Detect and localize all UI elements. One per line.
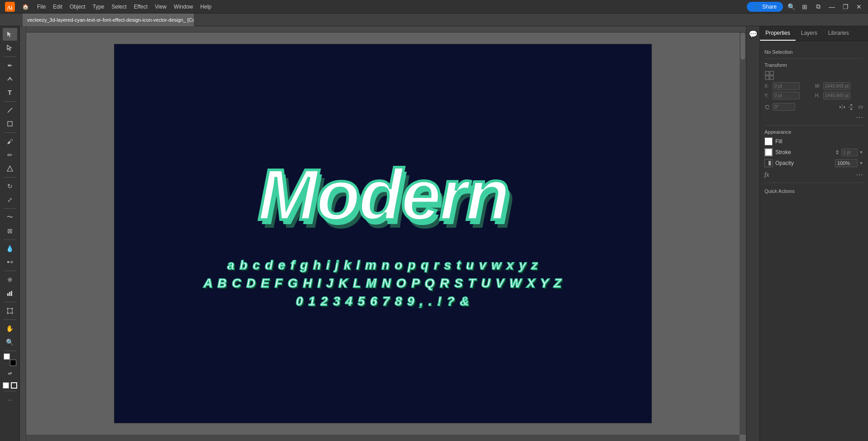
fx-icon[interactable]: fx bbox=[764, 171, 769, 178]
menu-effect[interactable]: Effect bbox=[130, 2, 151, 12]
line-tool-button[interactable] bbox=[3, 104, 17, 117]
transform-y-input[interactable] bbox=[773, 92, 800, 99]
curvature-tool-button[interactable] bbox=[3, 73, 17, 85]
search-button[interactable]: 🔍 bbox=[786, 1, 797, 12]
color-swatches[interactable] bbox=[4, 353, 16, 366]
horizontal-scrollbar[interactable] bbox=[26, 435, 740, 441]
rotate-icon bbox=[764, 104, 770, 110]
top-ruler bbox=[26, 26, 746, 33]
workspaces-button[interactable]: ⊞ bbox=[799, 1, 810, 12]
more-options-btn-1[interactable]: ··· bbox=[764, 113, 863, 122]
rotate-tool-button[interactable]: ↻ bbox=[3, 180, 17, 192]
share-button[interactable]: 👤 Share bbox=[747, 2, 783, 12]
more-options-btn-2[interactable]: ··· bbox=[856, 171, 863, 179]
menu-bar: File Edit Object Type Select Effect View… bbox=[33, 2, 215, 12]
svg-rect-12 bbox=[11, 291, 12, 296]
topbar-right: 👤 Share 🔍 ⊞ ⧉ — ❐ ✕ bbox=[747, 1, 864, 12]
selection-tool-button[interactable] bbox=[3, 28, 17, 41]
eyedropper-tool-button[interactable]: 💧 bbox=[3, 242, 17, 255]
menu-help[interactable]: Help bbox=[197, 2, 215, 12]
maximize-button[interactable]: ❐ bbox=[840, 1, 851, 12]
direct-selection-tool-button[interactable] bbox=[3, 42, 17, 54]
shape-tool-button[interactable] bbox=[3, 117, 17, 130]
share-label: Share bbox=[762, 4, 777, 10]
stroke-weight-input[interactable] bbox=[841, 149, 858, 156]
transform-w-input[interactable] bbox=[823, 82, 850, 90]
comment-panel: 💬 bbox=[746, 26, 760, 441]
svg-line-5 bbox=[8, 108, 12, 113]
main-layout: ✒ T 🖌 ✏ ↻ ⤢ 〜 ⊠ 💧 ※ bbox=[0, 26, 868, 441]
stroke-icon[interactable] bbox=[11, 382, 17, 389]
rotate-input[interactable] bbox=[773, 103, 795, 111]
zoom-tool-button[interactable]: 🔍 bbox=[3, 336, 17, 348]
hand-tool-button[interactable]: ✋ bbox=[3, 322, 17, 335]
stroke-dropdown-icon[interactable] bbox=[859, 150, 863, 155]
toolbar-separator-9 bbox=[4, 319, 16, 320]
appearance-section-title: Appearance bbox=[764, 129, 863, 135]
fill-icon[interactable] bbox=[3, 382, 9, 389]
menu-edit[interactable]: Edit bbox=[49, 2, 66, 12]
transform-y-field: Y: bbox=[764, 92, 813, 99]
flip-v-icon[interactable] bbox=[848, 104, 854, 110]
main-title-front: Modern bbox=[258, 159, 508, 231]
fill-label: Fill bbox=[775, 138, 782, 145]
stroke-swatch[interactable] bbox=[764, 148, 773, 156]
warp-tool-button[interactable]: 〜 bbox=[3, 211, 17, 224]
vertical-scrollbar[interactable] bbox=[740, 33, 746, 435]
tab-layers[interactable]: Layers bbox=[796, 26, 823, 41]
transform-x-input[interactable] bbox=[773, 82, 800, 90]
panel-divider-3 bbox=[764, 183, 863, 183]
fill-swatch[interactable] bbox=[764, 137, 773, 145]
menu-type[interactable]: Type bbox=[89, 2, 108, 12]
link-proportions-icon[interactable] bbox=[857, 104, 863, 110]
svg-rect-22 bbox=[765, 71, 769, 75]
menu-file[interactable]: File bbox=[33, 2, 49, 12]
quick-actions-label: Quick Actions bbox=[764, 188, 863, 194]
opacity-input[interactable] bbox=[835, 159, 858, 167]
svg-rect-6 bbox=[8, 122, 12, 126]
comment-icon[interactable]: 💬 bbox=[749, 30, 758, 38]
menu-view[interactable]: View bbox=[151, 2, 170, 12]
free-transform-tool-button[interactable]: ⊠ bbox=[3, 225, 17, 237]
transform-xy: X: W: Y: H: bbox=[764, 82, 863, 99]
tab-libraries[interactable]: Libraries bbox=[823, 26, 854, 41]
svg-point-4 bbox=[9, 77, 10, 79]
blend-tool-button[interactable] bbox=[3, 256, 17, 268]
svg-marker-34 bbox=[836, 153, 839, 155]
panel-divider-1 bbox=[764, 58, 863, 59]
tab-properties[interactable]: Properties bbox=[760, 26, 796, 41]
toolbar-separator-11 bbox=[4, 391, 16, 391]
type-tool-button[interactable]: T bbox=[3, 86, 17, 99]
paintbrush-tool-button[interactable]: 🖌 bbox=[3, 135, 17, 148]
transform-h-input[interactable] bbox=[823, 92, 850, 99]
document-tab[interactable]: vecteezy_3d-layered-cyan-text-or-font-ef… bbox=[23, 14, 194, 26]
scale-tool-button[interactable]: ⤢ bbox=[3, 193, 17, 206]
symbol-tool-button[interactable]: ※ bbox=[3, 273, 17, 286]
close-button[interactable]: ✕ bbox=[854, 1, 864, 12]
graph-tool-button[interactable] bbox=[3, 287, 17, 300]
arrange-button[interactable]: ⧉ bbox=[813, 1, 824, 12]
pen-tool-button[interactable]: ✒ bbox=[3, 59, 17, 72]
opacity-arrow-icon[interactable] bbox=[859, 161, 863, 165]
shaper-tool-button[interactable] bbox=[3, 162, 17, 175]
svg-marker-35 bbox=[860, 151, 863, 154]
pencil-tool-button[interactable]: ✏ bbox=[3, 149, 17, 161]
flip-h-icon[interactable] bbox=[839, 104, 845, 110]
stroke-arrows-icon[interactable] bbox=[835, 150, 840, 155]
menu-object[interactable]: Object bbox=[66, 2, 89, 12]
home-button[interactable]: 🏠 bbox=[19, 0, 32, 13]
more-tools-button[interactable]: ··· bbox=[3, 394, 17, 406]
svg-rect-24 bbox=[765, 76, 769, 80]
artboard-tool-button[interactable] bbox=[3, 305, 17, 317]
canvas-area: Modern Modern Modern a b c d e f g h i j… bbox=[20, 26, 746, 441]
opacity-value-area bbox=[835, 159, 863, 167]
svg-marker-31 bbox=[850, 104, 853, 106]
menu-select[interactable]: Select bbox=[108, 2, 130, 12]
minimize-button[interactable]: — bbox=[826, 1, 837, 12]
left-toolbar: ✒ T 🖌 ✏ ↻ ⤢ 〜 ⊠ 💧 ※ bbox=[0, 26, 20, 441]
toolbar-separator-5 bbox=[4, 208, 16, 209]
menu-window[interactable]: Window bbox=[170, 2, 197, 12]
swap-colors-button[interactable]: ⇄ bbox=[3, 367, 17, 380]
stroke-value-area bbox=[835, 149, 863, 156]
transform-grid-icon bbox=[764, 70, 863, 80]
